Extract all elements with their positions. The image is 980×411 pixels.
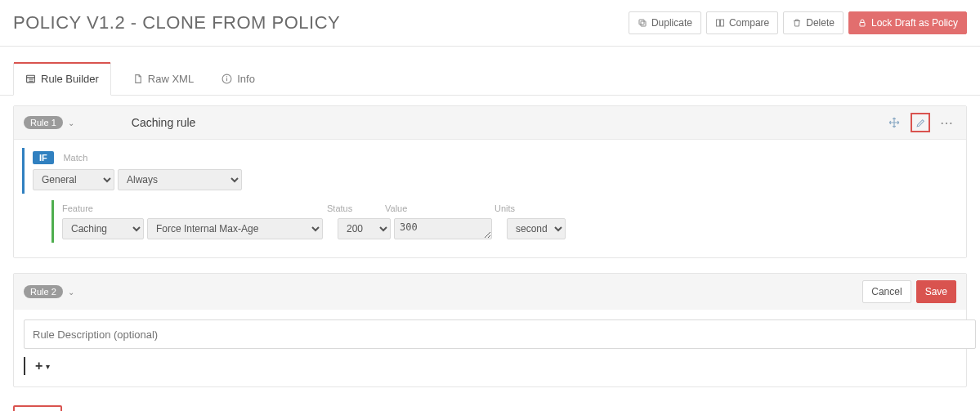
value-input[interactable] — [394, 218, 492, 239]
tab-info-label: Info — [237, 73, 255, 85]
match-block: IF Match General Always — [22, 148, 958, 194]
more-icon[interactable]: ⋯ — [937, 113, 956, 132]
edit-icon[interactable] — [911, 113, 930, 132]
rule2-actions: Cancel Save — [862, 280, 956, 303]
if-badge: IF — [33, 151, 54, 164]
compare-icon — [715, 18, 725, 28]
tab-info[interactable]: Info — [217, 63, 262, 95]
save-button[interactable]: Save — [916, 280, 956, 303]
trash-icon — [792, 18, 802, 28]
lock-icon — [857, 18, 867, 28]
delete-label: Delete — [806, 17, 835, 29]
rule2-panel: Rule 2 ⌄ Cancel Save + ▾ — [13, 273, 967, 387]
page-title: POLICY V1.2 - CLONE FROM POLICY — [13, 12, 340, 34]
tabs: Rule Builder Raw XML Info — [0, 63, 980, 96]
units-select[interactable]: seconds — [507, 218, 566, 239]
svg-rect-8 — [226, 76, 227, 77]
status-select[interactable]: 200 — [338, 218, 391, 239]
cancel-button[interactable]: Cancel — [862, 280, 911, 303]
tab-rule-builder-label: Rule Builder — [41, 73, 99, 85]
rule1-badge: Rule 1 — [24, 116, 63, 129]
rule1-title: Caching rule — [132, 116, 196, 129]
units-label: Units — [494, 203, 553, 213]
rule1-header: Rule 1 ⌄ Caching rule ⋯ — [14, 106, 966, 140]
rule-description-input[interactable] — [24, 319, 976, 349]
rule1-actions: ⋯ — [884, 113, 956, 132]
tab-rule-builder[interactable]: Rule Builder — [13, 63, 111, 96]
duplicate-button[interactable]: Duplicate — [629, 11, 701, 34]
tab-raw-xml[interactable]: Raw XML — [128, 63, 200, 95]
svg-rect-3 — [720, 20, 723, 26]
svg-rect-4 — [860, 23, 865, 27]
rule2-header: Rule 2 ⌄ Cancel Save — [14, 274, 966, 310]
lock-label: Lock Draft as Policy — [871, 17, 958, 29]
vertical-bar-icon — [24, 357, 25, 375]
plus-icon[interactable]: + — [35, 359, 43, 373]
match-category-select[interactable]: General — [33, 169, 114, 190]
tab-raw-xml-label: Raw XML — [148, 73, 194, 85]
compare-label: Compare — [729, 17, 769, 29]
svg-rect-0 — [641, 21, 646, 26]
header-actions: Duplicate Compare Delete Lock Draft as P… — [629, 11, 967, 34]
chevron-down-icon[interactable]: ⌄ — [68, 118, 74, 127]
move-icon[interactable] — [884, 113, 904, 132]
duplicate-icon — [638, 18, 647, 28]
lock-draft-button[interactable]: Lock Draft as Policy — [848, 11, 967, 34]
add-rule-button[interactable]: + Rule — [13, 405, 62, 411]
rule1-body: IF Match General Always Feature Status V… — [14, 140, 966, 257]
info-icon — [222, 74, 232, 84]
status-label: Status — [327, 203, 382, 213]
add-condition-row: + ▾ — [14, 349, 966, 386]
chevron-down-icon[interactable]: ⌄ — [68, 288, 74, 297]
feature-block: Feature Status Value Units Caching Force… — [51, 200, 958, 243]
caret-down-icon[interactable]: ▾ — [46, 362, 50, 371]
rule1-panel: Rule 1 ⌄ Caching rule ⋯ IF Match General… — [13, 105, 967, 258]
svg-rect-1 — [639, 20, 644, 25]
svg-rect-2 — [716, 20, 719, 26]
delete-button[interactable]: Delete — [783, 11, 844, 34]
page-header: POLICY V1.2 - CLONE FROM POLICY Duplicat… — [0, 0, 980, 47]
compare-button[interactable]: Compare — [706, 11, 778, 34]
cancel-label: Cancel — [871, 286, 902, 297]
svg-rect-7 — [226, 78, 227, 81]
rule2-badge: Rule 2 — [24, 285, 63, 298]
duplicate-label: Duplicate — [651, 17, 692, 29]
match-condition-select[interactable]: Always — [118, 169, 242, 190]
file-icon — [132, 74, 143, 84]
match-label: Match — [63, 153, 87, 163]
feature-category-select[interactable]: Caching — [62, 218, 144, 239]
value-label: Value — [385, 203, 491, 213]
save-label: Save — [925, 286, 947, 297]
list-icon — [25, 74, 36, 84]
feature-name-select[interactable]: Force Internal Max-Age — [147, 218, 323, 239]
feature-label: Feature — [62, 203, 324, 213]
